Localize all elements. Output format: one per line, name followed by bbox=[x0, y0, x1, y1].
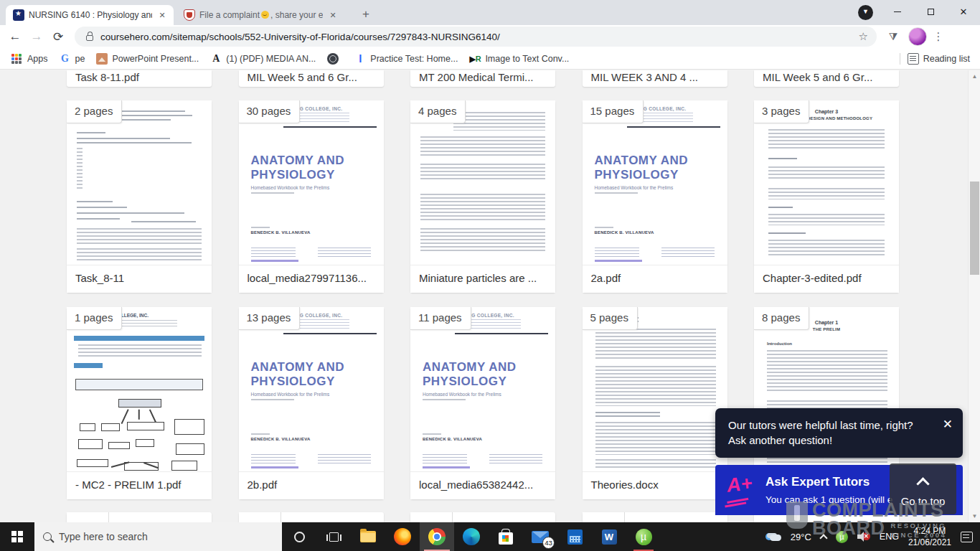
maximize-button[interactable] bbox=[914, 0, 947, 24]
start-button[interactable] bbox=[0, 522, 34, 551]
apps-shortcut[interactable]: Apps bbox=[11, 53, 48, 64]
bookmark-pe[interactable]: G pe bbox=[60, 53, 85, 65]
document-title[interactable]: Task_8-11 bbox=[67, 265, 212, 293]
tab-close-icon[interactable]: ✕ bbox=[327, 9, 339, 21]
bookmark-powerpoint[interactable]: PowerPoint Present... bbox=[96, 53, 199, 65]
chrome-menu-icon[interactable]: ⋮ bbox=[931, 30, 946, 43]
document-title[interactable]: local_media65382442... bbox=[410, 472, 555, 499]
powerpoint-favicon-icon bbox=[96, 53, 108, 65]
document-title[interactable]: - MC2 - PRELIM 1.pdf bbox=[67, 472, 212, 499]
bookmark-globe[interactable] bbox=[327, 53, 343, 65]
file-explorer-button[interactable] bbox=[351, 522, 385, 551]
tab-title: File a complaint, share your e bbox=[199, 10, 323, 20]
document-title[interactable]: Miniature particles are ... bbox=[410, 265, 555, 293]
banner-subtitle: You can ask 1 question (will e bbox=[765, 494, 892, 505]
chrome-update-icon[interactable]: ▼ bbox=[858, 5, 873, 20]
document-title[interactable]: Theories.docx bbox=[583, 472, 727, 499]
bookmark-practice-test[interactable]: l Practice Test: Home... bbox=[354, 53, 458, 65]
document-card[interactable]: LING COLLEGE, INC. ANATOMY AND PHYSIOLOG… bbox=[583, 100, 727, 293]
page-count-badge: 2 pages bbox=[67, 100, 122, 123]
document-card[interactable]: LING COLLEGE, INC. ANATOMY AND PHYSIOLOG… bbox=[239, 307, 384, 499]
document-title[interactable]: MIL Week 5 and 6 Gr... bbox=[754, 70, 899, 87]
chrome-button[interactable] bbox=[420, 522, 454, 551]
document-title[interactable]: 2b.pdf bbox=[239, 472, 384, 499]
document-card[interactable] bbox=[410, 512, 555, 522]
utorrent-button[interactable]: µ bbox=[626, 522, 661, 551]
bookmarks-divider bbox=[900, 53, 900, 65]
bookmark-star-icon[interactable]: ☆ bbox=[859, 30, 868, 43]
image-to-text-favicon-icon: ▶R bbox=[469, 53, 481, 65]
bookmark-media-pdf[interactable]: A (1) (PDF) MEDIA AN... bbox=[210, 53, 316, 65]
tab-coursehero[interactable]: NURSING 6140 : Physiology and ✕ bbox=[6, 5, 174, 25]
bookmark-image-to-text[interactable]: ▶R Image to Text Conv... bbox=[469, 53, 569, 65]
page-count-badge: 3 pages bbox=[754, 100, 809, 123]
document-title[interactable]: local_media279971136... bbox=[239, 265, 384, 293]
document-title[interactable]: 2a.pdf bbox=[583, 265, 727, 293]
document-card[interactable]: Chapter 3 RESEARCH DESIGN AND METHODOLOG… bbox=[754, 100, 899, 293]
firefox-button[interactable] bbox=[385, 522, 420, 551]
volume-muted-icon[interactable]: ✕ bbox=[857, 532, 870, 542]
firefox-icon bbox=[394, 528, 411, 545]
hidden-icons-chevron[interactable] bbox=[819, 534, 827, 542]
document-card[interactable] bbox=[239, 512, 384, 522]
clock[interactable]: 4:24 PM 21/06/2021 bbox=[908, 525, 951, 548]
profile-avatar[interactable] bbox=[908, 27, 927, 46]
language-indicator[interactable]: ENG bbox=[880, 532, 899, 542]
scroll-down-icon[interactable]: ▼ bbox=[969, 513, 980, 519]
address-bar[interactable]: coursehero.com/sitemap/schools/552-Unive… bbox=[75, 27, 877, 47]
system-tray: 29°C µ ✕ ENG 4:24 PM 21/06/2021 bbox=[765, 522, 980, 551]
new-tab-button[interactable]: + bbox=[356, 5, 376, 25]
calendar-button[interactable] bbox=[557, 522, 592, 551]
mail-button[interactable]: 43 bbox=[523, 522, 557, 551]
document-card[interactable]: LING COLLEGE, INC. ANATOMY AND PHYSIOLOG… bbox=[410, 307, 555, 499]
task-view-button[interactable] bbox=[316, 522, 351, 551]
weather-icon[interactable] bbox=[765, 532, 781, 542]
taskbar-search-input[interactable]: Type here to search bbox=[34, 522, 282, 551]
reading-list-button[interactable]: Reading list bbox=[908, 53, 970, 65]
search-placeholder: Type here to search bbox=[59, 531, 148, 542]
document-card[interactable]: 4 pages Miniature particles are ... bbox=[410, 100, 555, 293]
document-card[interactable]: 2 pages Task_8-11 bbox=[67, 100, 212, 293]
windows-taskbar: Type here to search 43 W µ 29°C µ ✕ ENG … bbox=[0, 522, 980, 551]
close-window-button[interactable]: ✕ bbox=[947, 0, 980, 24]
word-button[interactable]: W bbox=[592, 522, 626, 551]
partial-top-row: Task 8-11.pdf MIL Week 5 and 6 Gr... MT … bbox=[67, 70, 899, 87]
utorrent-icon: µ bbox=[636, 529, 652, 545]
document-title[interactable]: MIL WEEK 3 AND 4 ... bbox=[583, 70, 727, 87]
document-title[interactable]: MT 200 Medical Termi... bbox=[410, 70, 555, 87]
document-title[interactable]: MIL Week 5 and 6 Gr... bbox=[239, 70, 384, 87]
lock-icon[interactable] bbox=[86, 35, 93, 41]
edge-icon bbox=[463, 528, 480, 545]
document-title[interactable]: Task 8-11.pdf bbox=[67, 70, 212, 87]
extensions-icon[interactable]: ⧩ bbox=[887, 31, 900, 43]
minimize-button[interactable] bbox=[881, 0, 914, 24]
forward-button[interactable]: → bbox=[26, 29, 47, 44]
windows-logo-icon bbox=[11, 531, 23, 542]
tab-complaintsboard[interactable]: File a complaint, share your e ✕ bbox=[176, 5, 344, 25]
tab-close-icon[interactable]: ✕ bbox=[156, 9, 168, 21]
action-center-icon[interactable] bbox=[961, 532, 973, 542]
document-card[interactable]: LING COLLEGE, INC. ANATOMY AND PHYSIOLOG… bbox=[239, 100, 384, 293]
scroll-up-icon[interactable]: ▲ bbox=[969, 73, 980, 80]
go-to-top-button[interactable]: Go to top bbox=[890, 463, 956, 514]
url-text[interactable]: coursehero.com/sitemap/schools/552-Unive… bbox=[100, 32, 853, 42]
tutor-toast: Our tutors were helpful last time, right… bbox=[715, 408, 963, 458]
scrollbar[interactable]: ▲ ▼ bbox=[968, 70, 980, 522]
reload-button[interactable]: ⟳ bbox=[47, 29, 69, 44]
edge-button[interactable] bbox=[454, 522, 489, 551]
time-label: 4:24 PM bbox=[908, 525, 951, 537]
utorrent-tray-icon[interactable]: µ bbox=[836, 531, 848, 543]
document-card[interactable]: 5 pages Theories.docx bbox=[583, 307, 727, 499]
toast-close-icon[interactable]: ✕ bbox=[943, 417, 953, 432]
document-card[interactable]: HLING COLLEGE, INC. bbox=[67, 307, 212, 499]
scrollbar-thumb[interactable] bbox=[970, 182, 979, 275]
document-card[interactable] bbox=[583, 512, 727, 522]
document-card[interactable] bbox=[67, 512, 212, 522]
globe-favicon-icon bbox=[327, 53, 339, 65]
document-title[interactable]: Chapter-3-edited.pdf bbox=[754, 265, 899, 293]
back-button[interactable]: ← bbox=[4, 29, 26, 44]
temperature-label[interactable]: 29°C bbox=[791, 532, 811, 542]
microsoft-store-button[interactable] bbox=[489, 522, 523, 551]
cortana-button[interactable] bbox=[282, 522, 316, 551]
browser-toolbar: ← → ⟳ coursehero.com/sitemap/schools/552… bbox=[0, 25, 980, 48]
